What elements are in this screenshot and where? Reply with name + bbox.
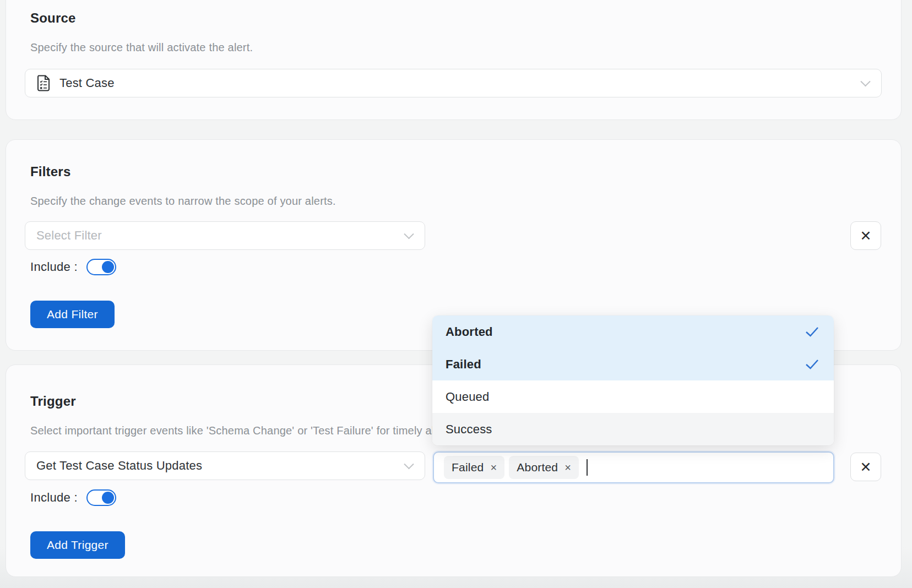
filters-include-row: Include : bbox=[30, 259, 116, 275]
selected-tag: Aborted × bbox=[509, 456, 579, 479]
dropdown-option-queued[interactable]: Queued bbox=[432, 380, 834, 413]
include-toggle[interactable] bbox=[86, 259, 116, 275]
tag-label: Aborted bbox=[517, 461, 558, 474]
include-label: Include : bbox=[30, 491, 78, 505]
dropdown-option-success[interactable]: Success bbox=[432, 413, 834, 445]
option-label: Failed bbox=[446, 357, 481, 372]
tag-label: Failed bbox=[452, 461, 484, 474]
check-icon bbox=[805, 358, 819, 370]
trigger-description: Select important trigger events like 'Sc… bbox=[30, 424, 456, 437]
status-options-dropdown: Aborted Failed Queued Success bbox=[432, 315, 834, 445]
dropdown-option-aborted[interactable]: Aborted bbox=[432, 315, 834, 348]
dropdown-option-failed[interactable]: Failed bbox=[432, 348, 834, 380]
filter-select-placeholder: Select Filter bbox=[36, 228, 102, 243]
remove-filter-button[interactable]: ✕ bbox=[850, 221, 881, 250]
source-select-value: Test Case bbox=[59, 76, 115, 90]
toggle-knob bbox=[102, 261, 114, 273]
source-title: Source bbox=[30, 10, 76, 26]
remove-trigger-button[interactable]: ✕ bbox=[850, 453, 881, 481]
selected-tag: Failed × bbox=[444, 456, 504, 479]
option-label: Success bbox=[446, 422, 492, 437]
test-case-document-icon bbox=[36, 75, 51, 91]
trigger-select[interactable]: Get Test Case Status Updates bbox=[25, 451, 425, 480]
filters-title: Filters bbox=[30, 164, 70, 179]
chevron-down-icon bbox=[404, 459, 414, 469]
trigger-include-row: Include : bbox=[30, 489, 116, 506]
source-section: Source Specify the source that will acti… bbox=[6, 0, 902, 120]
trigger-title: Trigger bbox=[30, 394, 76, 409]
chevron-down-icon bbox=[404, 229, 414, 239]
option-label: Queued bbox=[446, 390, 490, 404]
add-trigger-button[interactable]: Add Trigger bbox=[30, 531, 125, 559]
check-icon bbox=[805, 326, 819, 337]
source-description: Specify the source that will activate th… bbox=[30, 41, 253, 54]
tag-remove-icon[interactable]: × bbox=[490, 461, 497, 474]
include-toggle[interactable] bbox=[86, 489, 116, 506]
option-label: Aborted bbox=[446, 325, 493, 339]
trigger-status-multiselect-input[interactable]: Failed × Aborted × bbox=[433, 451, 834, 483]
text-cursor bbox=[587, 459, 588, 476]
chevron-down-icon bbox=[860, 77, 870, 86]
toggle-knob bbox=[102, 492, 114, 504]
source-select[interactable]: Test Case bbox=[25, 69, 882, 97]
filters-description: Specify the change events to narrow the … bbox=[30, 195, 336, 208]
trigger-select-value: Get Test Case Status Updates bbox=[36, 459, 202, 473]
include-label: Include : bbox=[30, 260, 78, 274]
tag-remove-icon[interactable]: × bbox=[564, 461, 571, 474]
add-filter-button[interactable]: Add Filter bbox=[30, 301, 115, 328]
filter-select[interactable]: Select Filter bbox=[25, 221, 425, 250]
